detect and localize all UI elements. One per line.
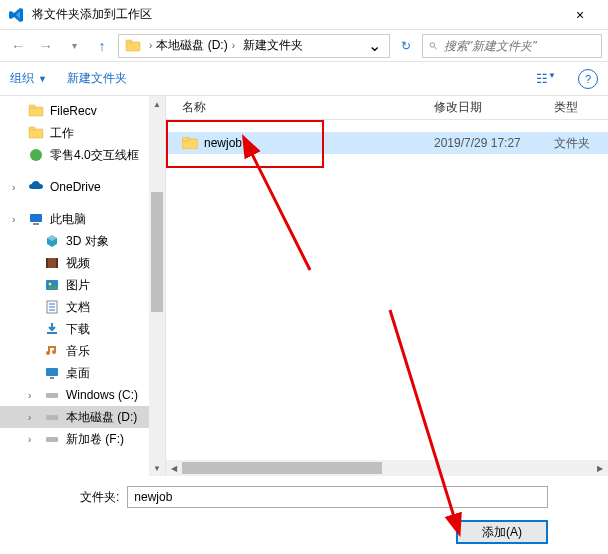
column-header-row: 名称 修改日期 类型	[166, 96, 608, 120]
chevron-right-icon: ›	[12, 214, 15, 225]
svg-point-8	[30, 149, 42, 161]
add-button[interactable]: 添加(A)	[456, 520, 548, 544]
svg-rect-7	[29, 127, 35, 130]
close-button[interactable]: ×	[560, 7, 600, 23]
sidebar-item[interactable]: 零售4.0交互线框	[0, 144, 165, 166]
svg-rect-9	[30, 214, 42, 222]
content-scrollbar[interactable]: ◀ ▶	[166, 460, 608, 476]
path-segment[interactable]: 本地磁盘 (D:)	[156, 37, 227, 54]
sidebar-item[interactable]: ›Windows (C:)	[0, 384, 165, 406]
chevron-right-icon: ›	[12, 182, 15, 193]
svg-rect-4	[29, 107, 43, 116]
svg-rect-0	[126, 42, 140, 51]
path-segment[interactable]: 新建文件夹	[243, 37, 303, 54]
folder-field-label: 文件夹:	[80, 489, 119, 506]
svg-point-26	[55, 417, 57, 419]
chevron-right-icon: ›	[232, 40, 235, 51]
sidebar-item-label: OneDrive	[50, 180, 101, 194]
video-icon	[44, 255, 60, 271]
sidebar-item-label: 桌面	[66, 365, 90, 382]
search-icon	[429, 40, 438, 52]
folder-name-input[interactable]	[127, 486, 548, 508]
svg-rect-21	[46, 368, 58, 376]
nav-up-button[interactable]: ↑	[90, 34, 114, 58]
sidebar-scrollbar[interactable]: ▲ ▼	[149, 96, 165, 476]
onedrive-icon	[28, 179, 44, 195]
svg-point-24	[55, 395, 57, 397]
drive-icon	[44, 387, 60, 403]
sidebar-item-label: FileRecv	[50, 104, 97, 118]
sidebar-item[interactable]: 工作	[0, 122, 165, 144]
new-folder-button[interactable]: 新建文件夹	[67, 70, 127, 87]
file-list: newjob 2019/7/29 17:27 文件夹	[166, 120, 608, 460]
svg-rect-10	[33, 223, 39, 225]
column-type-header[interactable]: 类型	[546, 99, 608, 116]
nav-forward-button: →	[34, 34, 58, 58]
sidebar-item-label: 新加卷 (F:)	[66, 431, 124, 448]
sidebar-item-label: 零售4.0交互线框	[50, 147, 139, 164]
refresh-button[interactable]: ↻	[394, 39, 418, 53]
sidebar-item-label: 工作	[50, 125, 74, 142]
sidebar-item[interactable]: 桌面	[0, 362, 165, 384]
sidebar-item-label: Windows (C:)	[66, 388, 138, 402]
sidebar-item[interactable]: 下载	[0, 318, 165, 340]
3d-icon	[44, 233, 60, 249]
file-type: 文件夹	[546, 135, 608, 152]
desktop-icon	[44, 365, 60, 381]
file-date: 2019/7/29 17:27	[426, 136, 546, 150]
music-icon	[44, 343, 60, 359]
svg-rect-13	[56, 258, 58, 268]
sidebar-item-label: 音乐	[66, 343, 90, 360]
chevron-right-icon: ›	[28, 412, 31, 423]
sidebar: FileRecv工作零售4.0交互线框›OneDrive›此电脑3D 对象视频图…	[0, 96, 165, 476]
path-bar[interactable]: ›本地磁盘 (D:)› 新建文件夹 ⌄	[118, 34, 390, 58]
sidebar-item-label: 本地磁盘 (D:)	[66, 409, 137, 426]
svg-rect-20	[47, 332, 57, 334]
sidebar-item[interactable]: ›本地磁盘 (D:)	[0, 406, 165, 428]
window-title: 将文件夹添加到工作区	[32, 6, 560, 23]
file-row[interactable]: newjob 2019/7/29 17:27 文件夹	[166, 132, 608, 154]
nav-recent-button[interactable]: ▾	[62, 34, 86, 58]
sidebar-item[interactable]: ›新加卷 (F:)	[0, 428, 165, 450]
svg-line-3	[434, 46, 437, 49]
sidebar-item-label: 视频	[66, 255, 90, 272]
sidebar-item[interactable]: FileRecv	[0, 100, 165, 122]
folder-icon	[28, 103, 44, 119]
drive-icon	[44, 431, 60, 447]
view-mode-button[interactable]: ☷ ▼	[534, 71, 558, 86]
svg-rect-5	[29, 105, 35, 108]
sidebar-item-label: 此电脑	[50, 211, 86, 228]
help-button[interactable]: ?	[578, 69, 598, 89]
sidebar-item[interactable]: ›此电脑	[0, 208, 165, 230]
search-box[interactable]	[422, 34, 602, 58]
download-icon	[44, 321, 60, 337]
file-name: newjob	[204, 136, 242, 150]
sidebar-item[interactable]: 3D 对象	[0, 230, 165, 252]
docs-icon	[44, 299, 60, 315]
column-date-header[interactable]: 修改日期	[426, 99, 546, 116]
drive-icon	[44, 409, 60, 425]
search-input[interactable]	[444, 39, 595, 53]
chevron-right-icon: ›	[149, 40, 152, 51]
green-circle-icon	[28, 147, 44, 163]
sidebar-item[interactable]: 文档	[0, 296, 165, 318]
folder-icon	[28, 125, 44, 141]
scrollbar-thumb[interactable]	[182, 462, 382, 474]
chevron-right-icon: ›	[28, 390, 31, 401]
sidebar-item-label: 文档	[66, 299, 90, 316]
vscode-icon	[8, 7, 24, 23]
pc-icon	[28, 211, 44, 227]
path-dropdown-button[interactable]: ⌄	[362, 36, 387, 55]
sidebar-item[interactable]: 图片	[0, 274, 165, 296]
sidebar-item[interactable]: ›OneDrive	[0, 176, 165, 198]
chevron-right-icon: ›	[28, 434, 31, 445]
svg-rect-30	[182, 137, 189, 141]
nav-back-button[interactable]: ←	[6, 34, 30, 58]
svg-rect-1	[126, 40, 132, 43]
svg-rect-22	[50, 377, 54, 379]
sidebar-item[interactable]: 视频	[0, 252, 165, 274]
scrollbar-thumb[interactable]	[151, 192, 163, 312]
column-name-header[interactable]: 名称	[166, 99, 426, 116]
organize-button[interactable]: 组织 ▼	[10, 70, 47, 87]
sidebar-item[interactable]: 音乐	[0, 340, 165, 362]
